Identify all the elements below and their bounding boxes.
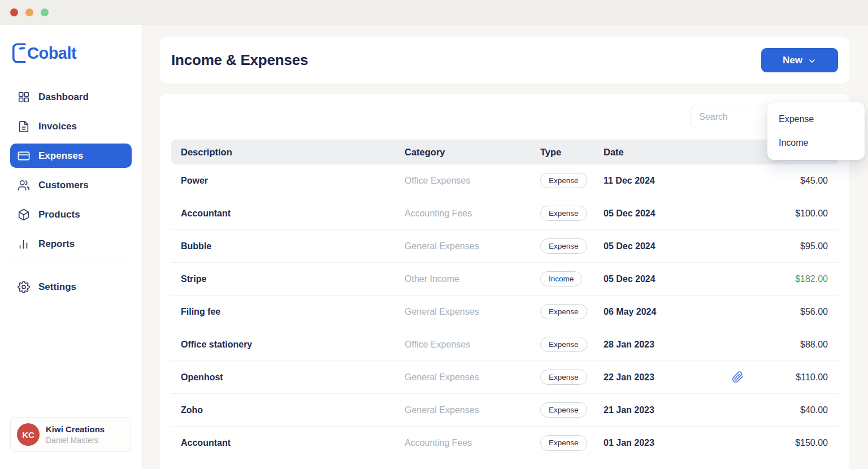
menu-item-expense[interactable]: Expense (767, 107, 865, 131)
sidebar-item-label: Reports (38, 238, 75, 250)
cell-category: General Expenses (405, 405, 540, 415)
sidebar-item-invoices[interactable]: Invoices (10, 114, 132, 138)
amount-value: $100.00 (795, 209, 828, 219)
cell-date: 21 Jan 2023 (604, 405, 726, 415)
box-icon (17, 208, 30, 221)
new-button-label: New (783, 55, 802, 66)
column-header-date: Date (604, 147, 726, 158)
cell-description: Zoho (171, 405, 405, 415)
sidebar-item-label: Dashboard (38, 92, 89, 103)
sidebar: Cobalt DashboardInvoicesExpensesCustomer… (0, 25, 142, 469)
page-header: Income & Expenses New (160, 37, 849, 84)
cell-amount: $110.00 (726, 371, 838, 383)
sidebar-item-label: Customers (38, 180, 89, 191)
minimize-window-button[interactable] (25, 8, 33, 16)
type-badge: Expense (540, 337, 587, 353)
sidebar-item-label: Products (38, 209, 80, 220)
cell-amount: $45.00 (726, 176, 838, 186)
table-body: PowerOffice ExpensesExpense11 Dec 2024$4… (171, 164, 838, 459)
table-row[interactable]: AccountantAccounting FeesExpense05 Dec 2… (171, 197, 838, 230)
sidebar-item-settings[interactable]: Settings (10, 275, 132, 299)
cell-amount: $40.00 (726, 405, 838, 415)
users-icon (17, 179, 30, 192)
window-titlebar (0, 0, 868, 25)
chevron-down-icon (808, 57, 817, 66)
cell-date: 05 Dec 2024 (604, 274, 726, 284)
amount-value: $110.00 (796, 372, 828, 383)
table-row[interactable]: OpenhostGeneral ExpensesExpense22 Jan 20… (171, 361, 838, 394)
table-row[interactable]: Office stationeryOffice ExpensesExpense2… (171, 328, 838, 361)
cell-category: Accounting Fees (405, 438, 540, 448)
amount-value: $88.00 (800, 340, 828, 350)
sidebar-item-expenses[interactable]: Expenses (10, 144, 132, 168)
cell-amount: $100.00 (726, 209, 838, 219)
cell-category: Office Expenses (405, 340, 540, 350)
transactions-panel: DescriptionCategoryTypeDateAmount PowerO… (160, 94, 849, 469)
cell-date: 28 Jan 2023 (604, 340, 726, 350)
document-icon (17, 120, 30, 133)
sidebar-item-dashboard[interactable]: Dashboard (10, 85, 132, 109)
sidebar-item-reports[interactable]: Reports (10, 232, 132, 256)
menu-item-income[interactable]: Income (767, 131, 865, 155)
cell-date: 11 Dec 2024 (604, 176, 726, 186)
type-badge: Expense (540, 304, 587, 320)
type-badge: Expense (540, 206, 587, 222)
table-header-row: DescriptionCategoryTypeDateAmount (171, 140, 838, 164)
table-row[interactable]: ZohoGeneral ExpensesExpense21 Jan 2023$4… (171, 394, 838, 427)
cell-category: Accounting Fees (405, 209, 540, 219)
table-row[interactable]: BubbleGeneral ExpensesExpense05 Dec 2024… (171, 230, 838, 263)
paperclip-icon[interactable] (732, 371, 744, 383)
grid-icon (17, 90, 30, 103)
sidebar-nav: DashboardInvoicesExpensesCustomersProduc… (10, 85, 132, 299)
close-window-button[interactable] (10, 8, 18, 16)
cell-category: Office Expenses (405, 176, 540, 186)
gear-icon (17, 280, 30, 293)
cell-date: 22 Jan 2023 (604, 372, 726, 383)
cell-description: Openhost (171, 372, 405, 383)
zoom-window-button[interactable] (41, 8, 49, 16)
cell-description: Filing fee (171, 307, 405, 317)
type-badge: Expense (540, 435, 587, 451)
amount-value: $45.00 (800, 176, 828, 186)
page-title: Income & Expenses (171, 51, 308, 69)
cell-amount: $56.00 (726, 307, 838, 317)
type-badge: Expense (540, 238, 587, 254)
column-header-category: Category (405, 147, 540, 158)
column-header-description: Description (171, 147, 405, 158)
avatar: KC (17, 423, 40, 446)
app-logo: Cobalt (10, 42, 132, 64)
cell-amount: $150.00 (726, 438, 838, 448)
table-row[interactable]: AccountantAccounting FeesExpense01 Jan 2… (171, 427, 838, 459)
sidebar-item-label: Invoices (38, 121, 77, 132)
cell-date: 01 Jan 2023 (604, 438, 726, 448)
cell-category: General Expenses (405, 372, 540, 383)
cell-amount: $88.00 (726, 340, 838, 350)
cell-description: Power (171, 176, 405, 186)
table-row[interactable]: Filing feeGeneral ExpensesExpense06 May … (171, 296, 838, 328)
column-header-type: Type (540, 147, 604, 158)
cell-description: Accountant (171, 438, 405, 448)
sidebar-item-products[interactable]: Products (10, 202, 132, 227)
amount-value: $95.00 (800, 241, 828, 251)
table-row[interactable]: PowerOffice ExpensesExpense11 Dec 2024$4… (171, 164, 838, 197)
credit-card-icon (17, 149, 30, 162)
cell-category: General Expenses (405, 307, 540, 317)
cell-amount: $182.00 (726, 274, 838, 284)
new-button[interactable]: New (761, 48, 838, 72)
cell-description: Accountant (171, 209, 405, 219)
sidebar-item-customers[interactable]: Customers (10, 173, 132, 197)
sidebar-divider (8, 263, 134, 263)
user-card[interactable]: KC Kiwi Creations Daniel Masters (10, 417, 131, 452)
cell-description: Office stationery (171, 340, 405, 350)
cell-date: 06 May 2024 (604, 307, 726, 317)
sidebar-item-label: Settings (38, 281, 76, 293)
cell-category: General Expenses (405, 241, 540, 251)
amount-value: $182.00 (795, 274, 828, 284)
app-shell: Cobalt DashboardInvoicesExpensesCustomer… (0, 25, 868, 469)
type-badge: Income (540, 271, 582, 287)
cell-description: Stripe (171, 274, 405, 284)
amount-value: $56.00 (800, 307, 828, 317)
cell-date: 05 Dec 2024 (604, 209, 726, 219)
table-row[interactable]: StripeOther IncomeIncome05 Dec 2024$182.… (171, 263, 838, 296)
cell-description: Bubble (171, 241, 405, 251)
